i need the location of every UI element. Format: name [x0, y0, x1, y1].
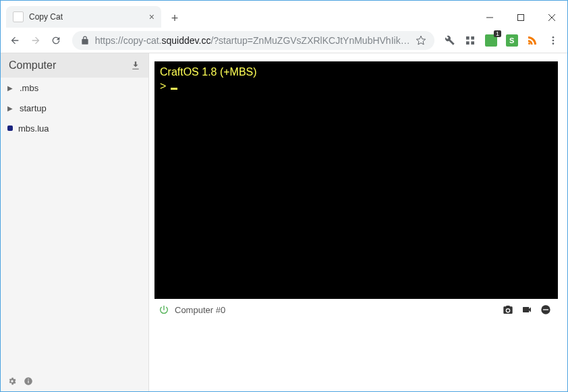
status-label: Computer #0 — [175, 305, 497, 315]
sidebar-footer — [1, 371, 148, 391]
file-icon — [7, 125, 13, 131]
tab-title: Copy Cat — [29, 12, 149, 22]
terminal-line: CraftOS 1.8 (+MBS) — [160, 66, 257, 78]
svg-rect-6 — [466, 41, 470, 45]
terminal-prompt: > — [160, 80, 169, 92]
browser-toolbar: https://copy-cat.squiddev.cc/?startup=Zn… — [1, 28, 567, 53]
extension-badge: 1 — [494, 30, 501, 37]
video-icon[interactable] — [521, 304, 535, 315]
file-name: .mbs — [20, 83, 38, 93]
sidebar: Computer ▶ .mbs ▶ startup mbs.lua — [1, 53, 149, 391]
new-tab-button[interactable]: + — [165, 9, 184, 28]
maximize-button[interactable] — [505, 7, 536, 28]
rss-icon[interactable] — [523, 31, 542, 50]
svg-point-8 — [528, 43, 530, 45]
star-icon[interactable] — [416, 35, 426, 46]
chevron-right-icon: ▶ — [7, 84, 14, 92]
svg-rect-16 — [543, 309, 548, 310]
terminal-cursor — [171, 88, 177, 90]
svg-rect-7 — [472, 41, 475, 45]
extension-s-icon[interactable]: S — [503, 31, 521, 50]
close-window-button[interactable] — [536, 7, 567, 28]
reload-button[interactable] — [47, 31, 65, 50]
browser-tab[interactable]: Copy Cat × — [6, 6, 161, 28]
back-button[interactable] — [6, 31, 24, 50]
file-list: ▶ .mbs ▶ startup mbs.lua — [1, 78, 148, 371]
remove-icon[interactable] — [540, 304, 554, 315]
folder-item-startup[interactable]: ▶ startup — [1, 98, 148, 118]
folder-item-mbs[interactable]: ▶ .mbs — [1, 78, 148, 98]
svg-rect-13 — [28, 381, 28, 383]
status-bar: Computer #0 — [154, 299, 558, 320]
main-area: CraftOS 1.8 (+MBS) > Computer #0 — [149, 53, 567, 391]
menu-icon[interactable] — [544, 31, 562, 50]
minimize-button[interactable] — [474, 7, 505, 28]
chevron-right-icon: ▶ — [7, 105, 14, 112]
sidebar-header: Computer — [1, 53, 148, 78]
svg-point-14 — [28, 379, 29, 380]
forward-button[interactable] — [27, 31, 45, 50]
svg-rect-5 — [472, 36, 475, 40]
svg-point-9 — [552, 36, 554, 38]
extension-green-icon[interactable]: 1 — [482, 31, 501, 50]
tab-favicon — [13, 11, 24, 22]
window-controls — [474, 7, 567, 28]
close-tab-icon[interactable]: × — [149, 11, 154, 22]
camera-icon[interactable] — [503, 304, 516, 315]
address-bar[interactable]: https://copy-cat.squiddev.cc/?startup=Zn… — [72, 31, 434, 50]
terminal[interactable]: CraftOS 1.8 (+MBS) > — [154, 61, 558, 299]
power-icon[interactable] — [159, 304, 169, 315]
file-item-mbslua[interactable]: mbs.lua — [1, 118, 148, 138]
file-name: startup — [20, 103, 47, 113]
download-icon[interactable] — [131, 61, 140, 70]
gear-icon[interactable] — [7, 376, 17, 386]
svg-point-10 — [552, 39, 554, 41]
file-name: mbs.lua — [18, 123, 49, 134]
svg-point-11 — [552, 43, 554, 45]
apps-icon[interactable] — [461, 31, 480, 50]
svg-rect-1 — [518, 15, 524, 21]
wrench-icon[interactable] — [441, 31, 459, 50]
url-text: https://copy-cat.squiddev.cc/?startup=Zn… — [95, 35, 410, 46]
page-content: Computer ▶ .mbs ▶ startup mbs.lua — [1, 53, 567, 391]
sidebar-title: Computer — [9, 59, 131, 72]
svg-rect-4 — [466, 36, 470, 40]
info-icon[interactable] — [24, 376, 33, 386]
lock-icon — [80, 36, 90, 45]
window-titlebar: Copy Cat × + — [1, 1, 567, 28]
green-block-icon: 1 — [485, 34, 497, 47]
